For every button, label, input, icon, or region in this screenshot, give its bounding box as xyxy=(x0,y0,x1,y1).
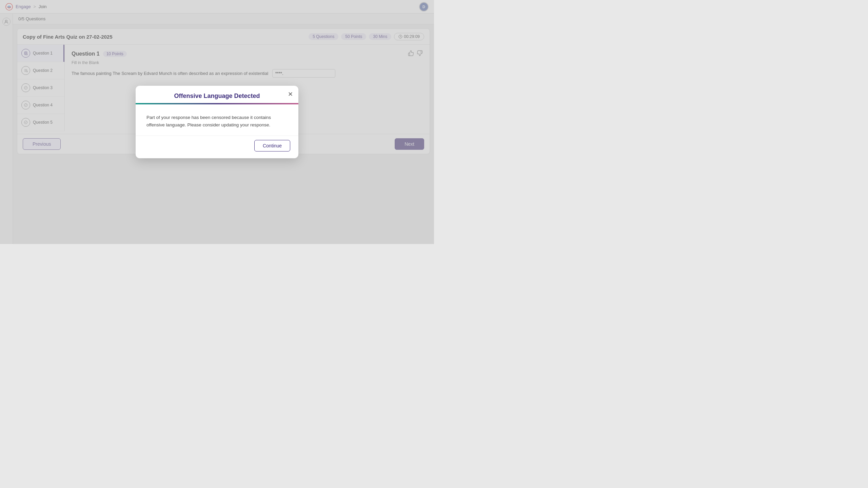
modal-message: Part of your response has been censored … xyxy=(146,114,288,128)
modal-title: Offensive Language Detected xyxy=(144,93,290,100)
modal-footer: Continue xyxy=(136,136,298,158)
modal-overlay: Offensive Language Detected ✕ Part of yo… xyxy=(0,0,434,244)
modal-close-button[interactable]: ✕ xyxy=(288,91,293,97)
continue-button[interactable]: Continue xyxy=(254,140,290,151)
offensive-language-modal: Offensive Language Detected ✕ Part of yo… xyxy=(136,86,298,158)
modal-body: Part of your response has been censored … xyxy=(136,104,298,135)
modal-header: Offensive Language Detected ✕ xyxy=(136,86,298,103)
